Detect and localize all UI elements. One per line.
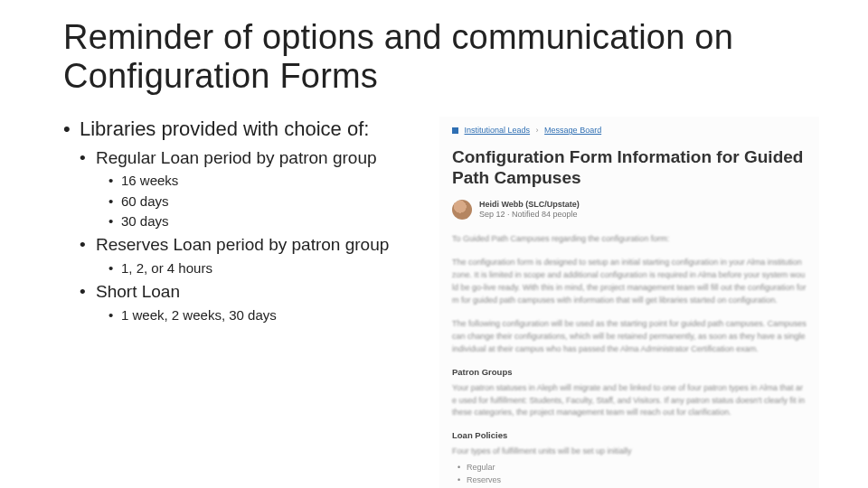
panel-paragraph: Your patron statuses in Aleph will migra… [452, 382, 807, 420]
list-item: Regular [458, 462, 807, 474]
list-item: Reserves [458, 474, 807, 487]
panel-paragraph: The following configuration will be used… [452, 318, 807, 356]
panel-title: Configuration Form Information for Guide… [452, 147, 807, 189]
crumb-link[interactable]: Institutional Leads [465, 126, 531, 135]
post-meta: Heidi Webb (SLC/Upstate) Sep 12 · Notifi… [452, 200, 807, 221]
screenshot-panel: Institutional Leads › Message Board Conf… [439, 117, 819, 488]
slide-title: Reminder of options and communication on… [63, 18, 832, 95]
post-dateline: Sep 12 · Notified 84 people [479, 210, 578, 219]
crumb-sep: › [536, 126, 539, 135]
list-item: 16 weeks [108, 172, 418, 190]
panel-subhead: Loan Policies [452, 430, 807, 440]
list-item: 1, 2, or 4 hours [108, 259, 418, 277]
slide: Reminder of options and communication on… [0, 0, 868, 488]
panel-subhead: Patron Groups [452, 367, 807, 377]
panel-paragraph: To Guided Path Campuses regarding the co… [452, 233, 807, 246]
list-item: 1 week, 2 weeks, 30 days [108, 306, 418, 324]
list-item: Short Loan 1 week, 2 weeks, 30 days [80, 281, 418, 324]
list-item: 30 days [108, 212, 418, 230]
list-item: 60 days [108, 192, 418, 211]
slide-body: Libraries provided with choice of: Regul… [63, 117, 832, 488]
breadcrumb: Institutional Leads › Message Board [452, 126, 807, 135]
author-name: Heidi Webb (SLC/Upstate) [479, 200, 580, 211]
panel-paragraph: Four types of fulfillment units will be … [452, 446, 807, 458]
intro-text: Libraries provided with choice of: [80, 117, 369, 140]
list-item: Libraries provided with choice of: Regul… [63, 117, 418, 324]
bullet-column: Libraries provided with choice of: Regul… [63, 117, 418, 488]
list-item: Regular Loan period by patron group 16 w… [80, 147, 418, 231]
avatar [452, 200, 472, 220]
list-item: Reserves Loan period by patron group 1, … [80, 234, 418, 277]
crumb-icon [452, 127, 458, 134]
panel-paragraph: The configuration form is designed to se… [452, 257, 807, 307]
panel-mini-list: Regular Reserves [458, 462, 807, 486]
crumb-link[interactable]: Message Board [544, 126, 601, 135]
